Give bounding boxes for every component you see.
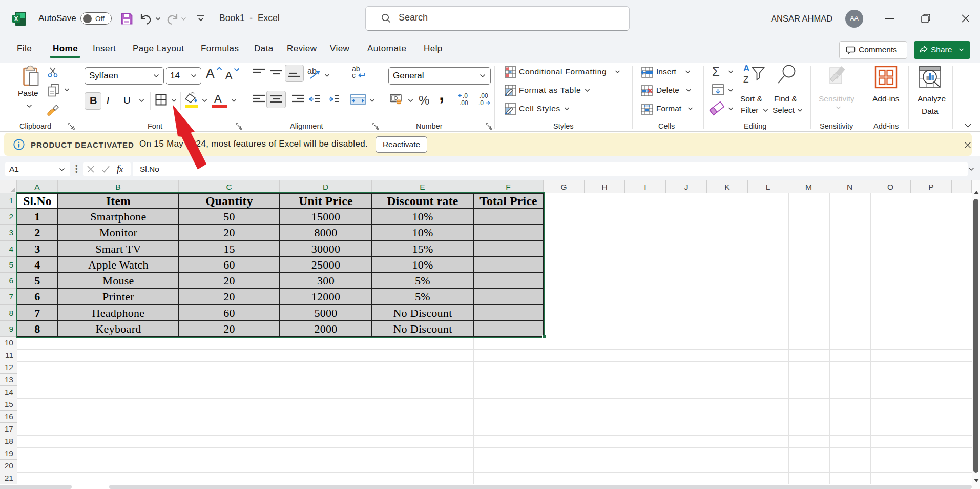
svg-text:.00: .00 — [479, 92, 488, 99]
svg-text:.0: .0 — [463, 92, 468, 99]
svg-text:.00: .00 — [460, 99, 468, 107]
svg-text:X: X — [14, 15, 18, 23]
svg-text:.0: .0 — [478, 99, 484, 107]
